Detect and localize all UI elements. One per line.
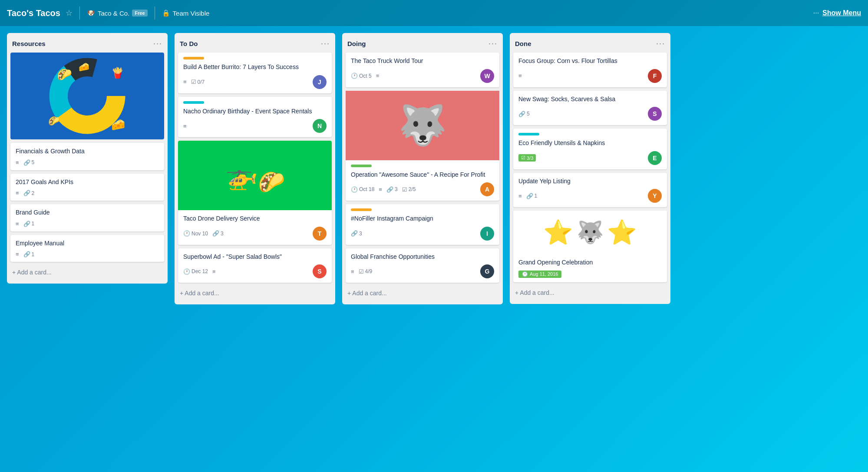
date-superbowl: 🕐 Dec 12 bbox=[183, 268, 208, 275]
date-awesome: 🕐 Oct 18 bbox=[351, 186, 374, 193]
svg-text:🍟: 🍟 bbox=[111, 66, 124, 79]
board-title: Taco's Tacos bbox=[7, 8, 60, 18]
card-nacho[interactable]: Nacho Ordinary Birthday - Event Space Re… bbox=[178, 97, 332, 138]
card-manual[interactable]: Employee Manual ≡ 🔗 1 bbox=[10, 235, 164, 262]
visibility-icon: 🔒 bbox=[162, 9, 170, 17]
desc-icon-manual: ≡ bbox=[16, 251, 19, 257]
date-badge-grandopening: 🕐 Aug 11, 2016 bbox=[518, 271, 561, 278]
card-grandopening[interactable]: ⭐ 🐺 ⭐ Grand Opening Celebration 🕐 Aug 11… bbox=[513, 211, 667, 282]
avatar-focusgroup: F bbox=[648, 69, 662, 83]
avatar-burrito: J bbox=[313, 75, 327, 89]
desc-icon-tacoworld: ≡ bbox=[376, 73, 380, 79]
add-card-done[interactable]: + Add a card... bbox=[513, 286, 667, 300]
card-title-drone: Taco Drone Delivery Service bbox=[183, 215, 327, 223]
card-drone[interactable]: 🚁 🌮 Taco Drone Delivery Service 🕐 Nov 10… bbox=[178, 141, 332, 245]
header: Taco's Tacos ☆ 🐶 Taco & Co. Free 🔒 Team … bbox=[0, 0, 868, 26]
card-goals[interactable]: 2017 Goals And KPIs ≡ 🔗 2 bbox=[10, 174, 164, 201]
column-resources: Resources ··· 🌮 🍟 🌮 🧀 🧀 Financials bbox=[7, 33, 168, 284]
card-title-burrito: Build A Better Burrito: 7 Layers To Succ… bbox=[183, 63, 327, 72]
card-nofiller[interactable]: #NoFiller Instagram Campaign 🔗 3 I bbox=[346, 204, 499, 245]
card-eco[interactable]: Eco Friendly Utensils & Napkins ☑ 3/3 E bbox=[513, 129, 667, 169]
attach-awesome: 🔗 3 bbox=[386, 186, 398, 193]
card-franchise[interactable]: Global Franchise Opportunities ≡ ☑ 4/9 G bbox=[346, 248, 499, 283]
desc-icon-focusgroup: ≡ bbox=[518, 73, 522, 79]
divider-1 bbox=[79, 7, 80, 20]
avatar-swag: S bbox=[648, 107, 662, 121]
column-doing: Doing ··· The Taco Truck World Tour 🕐 Oc… bbox=[342, 33, 503, 304]
column-header-done: Done ··· bbox=[513, 37, 667, 53]
attach-financials: 🔗 5 bbox=[23, 159, 35, 166]
star-icon[interactable]: ☆ bbox=[66, 8, 73, 18]
attach-brand: 🔗 1 bbox=[23, 221, 35, 227]
avatar-tacoworld: W bbox=[480, 69, 494, 83]
card-tacoworld[interactable]: The Taco Truck World Tour 🕐 Oct 5 ≡ W bbox=[346, 53, 499, 87]
column-menu-done[interactable]: ··· bbox=[656, 39, 665, 48]
column-header-doing: Doing ··· bbox=[346, 37, 499, 53]
card-swag[interactable]: New Swag: Socks, Scarves & Salsa 🔗 5 S bbox=[513, 91, 667, 125]
label-eco bbox=[518, 133, 539, 135]
desc-icon-financials: ≡ bbox=[16, 159, 19, 166]
card-brand[interactable]: Brand Guide ≡ 🔗 1 bbox=[10, 204, 164, 231]
org-icon: 🐶 bbox=[87, 9, 95, 17]
checklist-eco: ☑ 3/3 bbox=[518, 154, 536, 162]
label-nofiller bbox=[351, 208, 372, 211]
attach-drone: 🔗 3 bbox=[212, 230, 224, 237]
show-menu-button[interactable]: Show Menu bbox=[822, 9, 861, 17]
org-info: 🐶 Taco & Co. Free bbox=[87, 9, 148, 17]
attach-nofiller: 🔗 3 bbox=[351, 230, 362, 237]
card-financials[interactable]: Financials & Growth Data ≡ 🔗 5 bbox=[10, 143, 164, 170]
column-done: Done ··· Focus Group: Corn vs. Flour Tor… bbox=[510, 33, 670, 304]
desc-icon-brand: ≡ bbox=[16, 221, 19, 227]
date-drone: 🕐 Nov 10 bbox=[183, 230, 208, 237]
column-header-todo: To Do ··· bbox=[178, 37, 332, 53]
header-right: ··· Show Menu bbox=[813, 9, 861, 17]
column-todo: To Do ··· Build A Better Burrito: 7 Laye… bbox=[175, 33, 335, 304]
svg-text:🌮: 🌮 bbox=[48, 115, 60, 127]
svg-text:🧀: 🧀 bbox=[111, 118, 125, 132]
card-title-goals: 2017 Goals And KPIs bbox=[16, 178, 159, 187]
label-nacho bbox=[183, 101, 204, 104]
card-title-swag: New Swag: Socks, Scarves & Salsa bbox=[518, 95, 662, 104]
card-title-nofiller: #NoFiller Instagram Campaign bbox=[351, 215, 494, 223]
desc-icon-goals: ≡ bbox=[16, 190, 19, 196]
column-header-resources: Resources ··· bbox=[10, 37, 164, 53]
card-awesome[interactable]: Operation "Awesome Sauce" - A Recipe For… bbox=[346, 160, 499, 201]
checklist-awesome: ☑ 2/5 bbox=[402, 186, 416, 193]
attach-yelp: 🔗 1 bbox=[526, 193, 538, 199]
card-focusgroup[interactable]: Focus Group: Corn vs. Flour Tortillas ≡ … bbox=[513, 53, 667, 87]
column-menu-todo[interactable]: ··· bbox=[321, 39, 330, 48]
avatar-superbowl: S bbox=[313, 264, 327, 278]
avatar-franchise: G bbox=[480, 264, 494, 278]
add-card-todo[interactable]: + Add a card... bbox=[178, 286, 332, 300]
date-tacoworld: 🕐 Oct 5 bbox=[351, 73, 372, 79]
card-yelp[interactable]: Update Yelp Listing ≡ 🔗 1 Y bbox=[513, 173, 667, 208]
card-burrito[interactable]: Build A Better Burrito: 7 Layers To Succ… bbox=[178, 53, 332, 93]
label-burrito bbox=[183, 57, 204, 59]
column-menu-resources[interactable]: ··· bbox=[153, 39, 162, 48]
party-image: ⭐ 🐺 ⭐ bbox=[513, 211, 667, 254]
svg-text:🧀: 🧀 bbox=[79, 62, 89, 72]
avatar-awesome: A bbox=[480, 182, 494, 196]
avatar-drone: T bbox=[313, 227, 327, 241]
add-card-resources[interactable]: + Add a card... bbox=[10, 265, 164, 279]
divider-2 bbox=[155, 7, 155, 20]
visibility-info[interactable]: 🔒 Team Visible bbox=[162, 9, 210, 17]
desc-icon-burrito: ≡ bbox=[183, 79, 187, 85]
org-name: Taco & Co. bbox=[98, 10, 129, 17]
card-title-manual: Employee Manual bbox=[16, 239, 159, 248]
column-title-todo: To Do bbox=[180, 40, 198, 47]
card-title-superbowl: Superbowl Ad - "Super Salad Bowls" bbox=[183, 253, 327, 261]
desc-icon-nacho: ≡ bbox=[183, 123, 187, 129]
attach-swag: 🔗 5 bbox=[518, 111, 530, 117]
attach-goals: 🔗 2 bbox=[23, 190, 35, 196]
column-menu-doing[interactable]: ··· bbox=[488, 39, 498, 48]
column-title-done: Done bbox=[515, 40, 531, 47]
resource-chart-card[interactable]: 🌮 🍟 🌮 🧀 🧀 bbox=[10, 53, 164, 139]
card-title-tacoworld: The Taco Truck World Tour bbox=[351, 57, 494, 66]
add-card-doing[interactable]: + Add a card... bbox=[346, 286, 499, 300]
svg-text:🌮: 🌮 bbox=[57, 67, 72, 82]
card-title-nacho: Nacho Ordinary Birthday - Event Space Re… bbox=[183, 107, 327, 116]
label-awesome bbox=[351, 165, 372, 167]
card-title-franchise: Global Franchise Opportunities bbox=[351, 253, 494, 261]
card-superbowl[interactable]: Superbowl Ad - "Super Salad Bowls" 🕐 Dec… bbox=[178, 248, 332, 283]
